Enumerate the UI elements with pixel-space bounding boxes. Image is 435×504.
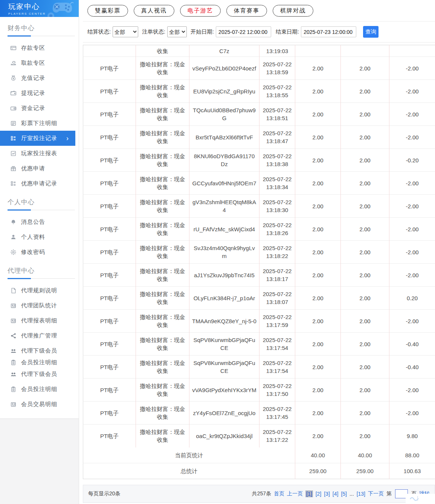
grand-total-label: 总统计 xyxy=(83,463,295,479)
page-link-[1][interactable]: [1] xyxy=(305,490,313,497)
cell-valid-bet: 2.00 xyxy=(341,172,389,195)
tab-棋牌对战[interactable]: 棋牌对战 xyxy=(273,5,313,17)
cell-bet-amount: 2.00 xyxy=(295,126,341,149)
cell-game-type: PT电子 xyxy=(83,310,136,333)
cell-bet-time: 2025-07-2213:18:17 xyxy=(259,264,295,287)
cell-bet-time: 2025-07-2213:18:55 xyxy=(259,80,295,103)
sidebar-item-代理下级会员[interactable]: 代理下级会员 xyxy=(0,343,75,358)
section-title: 财务中心 xyxy=(0,17,79,35)
cell-bet-amount: 2.00 xyxy=(295,425,341,447)
cell-win-loss: -2.00 xyxy=(389,264,435,287)
page-link-[5][interactable]: [5] xyxy=(341,491,347,497)
sidebar-item-label: 优惠申请记录 xyxy=(21,180,57,187)
sidebar-item-会员交易明细[interactable]: 会员交易明细 xyxy=(0,397,75,412)
next-page-link[interactable]: 下一页 xyxy=(368,490,384,497)
filter-bar: 结算状态: 全部 注单状态: 全部 开始日期: 结束日期: 查询 xyxy=(83,21,435,43)
withdraw-hand-icon xyxy=(10,60,17,66)
cell-win-loss: -0.20 xyxy=(389,149,435,172)
sidebar-item-存款专区[interactable]: 存款专区 xyxy=(0,40,75,55)
main-content: 雙赢彩票真人视讯电子游艺体育赛事棋牌对战 结算状态: 全部 注单状态: 全部 开… xyxy=(79,0,435,504)
bet-date: 2025-07-22 xyxy=(262,175,292,183)
page-total-bet: 40.00 xyxy=(295,447,341,463)
cell-game-type: PT电子 xyxy=(83,379,136,402)
table-row: PT电子撒哈拉财富：现金收集Bxr5tTqABzXl66f9tTvF2025-0… xyxy=(83,126,435,149)
end-date-input[interactable] xyxy=(301,26,356,37)
tab-真人视讯[interactable]: 真人视讯 xyxy=(134,5,174,17)
cell-game-type: PT电子 xyxy=(83,218,136,241)
sidebar-item-代理报表明细[interactable]: 代理报表明细 xyxy=(0,313,75,328)
sidebar-item-label: 彩票下注明细 xyxy=(21,120,57,127)
start-date-input[interactable] xyxy=(216,26,271,37)
cell-order-id: SvJ3z4m40Qqnk9hygLvm xyxy=(189,241,259,264)
floating-widget[interactable] xyxy=(406,494,435,504)
cell-win-loss: -0.40 xyxy=(389,356,435,379)
cell-bet-amount: 2.00 xyxy=(295,333,341,356)
sidebar-section: 财务中心存款专区取款专区充值记录提现记录资金记录彩票下注明细厅室投注记录›玩家投… xyxy=(0,17,79,191)
cell-win-loss: -2.00 xyxy=(389,57,435,80)
page-total-winloss: 88.00 xyxy=(389,447,435,463)
cell-valid-bet: 2.00 xyxy=(341,379,389,402)
sidebar-item-优惠申请[interactable]: 优惠申请 xyxy=(0,161,75,176)
cell-order-id: SqPV8KurwmbGPjaQFuCE xyxy=(189,333,259,356)
table-row: PT电子撒哈拉财富：现金收集gV3nZshmlHEEQtqM8kA42025-0… xyxy=(83,195,435,218)
total-count: 共257条 xyxy=(252,490,271,497)
sidebar-item-会员投注明细[interactable]: 会员投注明细 xyxy=(0,382,75,397)
sidebar-item-label: 提现记录 xyxy=(21,90,45,97)
sidebar-item-会员投注明细[interactable]: 会员投注明细 xyxy=(0,358,75,367)
sidebar-item-代理推广管理[interactable]: 代理推广管理 xyxy=(0,328,75,343)
page-link-[2][interactable]: [2] xyxy=(316,491,322,497)
cell-game-name: 收集 xyxy=(136,45,189,57)
cell-game-name: 撒哈拉财富：现金收集 xyxy=(136,149,189,172)
query-button[interactable]: 查询 xyxy=(363,26,379,38)
tab-体育赛事[interactable]: 体育赛事 xyxy=(226,5,267,17)
cell-win-loss: -2.00 xyxy=(389,310,435,333)
sidebar-item-代理规则说明[interactable]: 代理规则说明 xyxy=(0,283,75,298)
section-underline xyxy=(8,35,75,37)
cell-valid-bet: 2.00 xyxy=(341,195,389,218)
sidebar-item-充值记录[interactable]: 充值记录 xyxy=(0,70,75,86)
sidebar-item-厅室投注记录[interactable]: 厅室投注记录› xyxy=(0,131,75,146)
page-link-[3][interactable]: [3] xyxy=(324,491,330,497)
cell-order-id: OLyFLnK384R-j7_p1oAr xyxy=(189,287,259,310)
first-page-link[interactable]: 首页 xyxy=(274,490,284,497)
cell-order-id: rU_FAfVzMc_skWjCixd4 xyxy=(189,218,259,241)
cell-bet-amount: 2.00 xyxy=(295,310,341,333)
page-link-[4][interactable]: [4] xyxy=(333,491,339,497)
sidebar-item-提现记录[interactable]: 提现记录 xyxy=(0,86,75,101)
cell-valid-bet: 2.00 xyxy=(341,126,389,149)
cell-game-name: 撒哈拉财富：现金收集 xyxy=(136,264,189,287)
bet-date: 2025-07-22 xyxy=(262,129,292,137)
table-row: PT电子撒哈拉财富：现金收集SqPV8KurwmbGPjaQFuCE2025-0… xyxy=(83,356,435,379)
tab-电子游艺[interactable]: 电子游艺 xyxy=(180,5,221,17)
cell-bet-amount xyxy=(295,45,341,57)
page-link-[13][interactable]: [13] xyxy=(357,491,365,497)
sidebar-item-修改密码[interactable]: 修改密码 xyxy=(0,244,75,260)
cell-valid-bet: 2.00 xyxy=(341,287,389,310)
sidebar-footer xyxy=(0,419,79,504)
prev-page-link[interactable]: 上一页 xyxy=(287,490,303,497)
sidebar-item-取款专区[interactable]: 取款专区 xyxy=(0,55,75,70)
bet-clock: 13:17:45 xyxy=(262,413,292,421)
cell-bet-amount: 2.00 xyxy=(295,241,341,264)
cell-game-type: PT电子 xyxy=(83,402,136,425)
order-status-select[interactable]: 全部 xyxy=(167,26,187,37)
jump-prefix-label: 第 xyxy=(386,490,392,497)
game-category-tabs: 雙赢彩票真人视讯电子游艺体育赛事棋牌对战 xyxy=(83,0,435,21)
sidebar-item-代理下级会员[interactable]: 代理下级会员 xyxy=(0,367,75,382)
bet-records-table: 收集C7z13:19:03PT电子撒哈拉财富：现金收集vSeyFPoZLb6D0… xyxy=(83,45,435,479)
sidebar-item-玩家投注报表[interactable]: 玩家投注报表 xyxy=(0,146,75,161)
sidebar-item-消息公告[interactable]: 消息公告 xyxy=(0,214,75,229)
sidebar-item-资金记录[interactable]: 资金记录 xyxy=(0,101,75,116)
sidebar-item-优惠申请记录[interactable]: 优惠申请记录 xyxy=(0,176,75,191)
settle-status-select[interactable]: 全部 xyxy=(113,26,138,37)
sidebar-item-彩票下注明细[interactable]: 彩票下注明细 xyxy=(0,116,75,131)
cell-game-name: 撒哈拉财富：现金收集 xyxy=(136,425,189,447)
sidebar-item-代理团队统计[interactable]: 代理团队统计 xyxy=(0,298,75,313)
sidebar-item-个人资料[interactable]: 个人资料 xyxy=(0,229,75,244)
tab-雙赢彩票[interactable]: 雙赢彩票 xyxy=(87,5,128,17)
settle-status-label: 结算状态: xyxy=(87,28,111,35)
share-icon xyxy=(10,332,17,339)
gift-icon xyxy=(10,165,17,172)
cell-game-type: PT电子 xyxy=(83,241,136,264)
cell-bet-amount: 2.00 xyxy=(295,103,341,126)
